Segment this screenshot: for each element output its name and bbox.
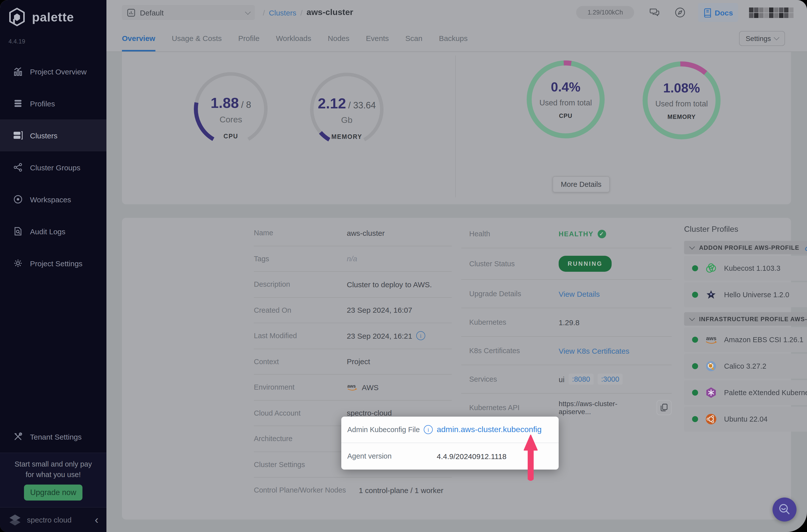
memory-usage-ring: 1.08% Used from total MEMORY — [641, 59, 722, 141]
tab-usage-costs[interactable]: Usage & Costs — [172, 25, 222, 52]
project-selector[interactable]: Default — [122, 5, 255, 20]
tab-backups[interactable]: Backups — [439, 25, 468, 52]
tab-profile[interactable]: Profile — [238, 25, 260, 52]
upgrade-now-button[interactable]: Upgrade now — [24, 484, 82, 500]
cpu-used-value: 1.88 — [211, 95, 239, 111]
tab-nodes[interactable]: Nodes — [328, 25, 350, 52]
link-chain-icon[interactable] — [804, 244, 807, 251]
sidebar-item-audit-logs[interactable]: Audit Logs — [0, 215, 107, 247]
detail-row-tags: Tags n/a — [254, 246, 452, 272]
cluster-groups-icon — [13, 162, 23, 172]
app-window: palette 4.4.19 Project Overview Profiles — [0, 0, 807, 532]
cpu-ring-caption: Used from total — [525, 98, 607, 108]
health-status-badge: HEALTHY ✓ — [559, 230, 606, 238]
infrastructure-profile-section-header[interactable]: INFRASTRUCTURE PROFILE AWS-PROFILE PROJ — [684, 312, 807, 326]
book-icon — [703, 8, 712, 17]
help-compass-icon[interactable] — [674, 6, 686, 18]
sidebar-item-clusters[interactable]: Clusters — [0, 119, 107, 151]
detail-row-health: Health HEALTHY ✓ — [461, 220, 672, 248]
detail-row-k8s-certificates: K8s Certificates View K8s Certificates — [461, 337, 672, 365]
detail-row-cluster-status: Cluster Status RUNNING — [461, 248, 672, 280]
memory-used-value: 2.12 — [318, 95, 346, 111]
detail-row-context: Context Project — [254, 349, 452, 375]
project-scope-icon — [127, 8, 135, 17]
service-port-8080-link[interactable]: :8080 — [568, 374, 594, 385]
sidebar-item-project-settings[interactable]: Project Settings — [0, 247, 107, 279]
chevron-down-icon — [245, 9, 251, 15]
promo-text-line2: for what you use! — [0, 470, 107, 480]
profile-item-ubuntu[interactable]: Ubuntu 22.04 › — [684, 406, 807, 432]
cpu-usage-ring: 0.4% Used from total CPU — [525, 58, 607, 140]
status-dot — [692, 265, 698, 271]
svg-text:aws: aws — [706, 335, 716, 341]
view-k8s-certificates-link[interactable]: View K8s Certificates — [559, 346, 630, 355]
cpu-gauge: 1.88 / 8 Cores CPU — [191, 69, 271, 155]
more-details-button[interactable]: More Details — [553, 176, 609, 192]
upgrade-view-details-link[interactable]: View Details — [559, 289, 600, 298]
chat-icon[interactable] — [648, 6, 660, 18]
profile-item-calico[interactable]: Calico 3.27.2 › — [684, 354, 807, 379]
detail-row-environment: Environment aws AWS — [254, 375, 452, 400]
sidebar: palette 4.4.19 Project Overview Profiles — [0, 0, 107, 532]
sidebar-item-workspaces[interactable]: Workspaces — [0, 183, 107, 215]
promo-text-line1: Start small and only pay — [0, 459, 107, 470]
top-bar-actions: 1.29/100kCh Docs — [576, 3, 807, 22]
docs-button[interactable]: Docs — [698, 3, 738, 22]
svg-text:aws: aws — [347, 384, 356, 389]
profile-item-kubecost[interactable]: Kubecost 1.103.3 › — [684, 256, 807, 281]
memory-gauge: 2.12 / 33.64 Gb MEMORY — [307, 70, 387, 155]
details-card: Name aws-cluster Tags n/a Description Cl… — [122, 218, 791, 519]
running-status-badge: RUNNING — [559, 256, 612, 272]
cluster-status-column: Health HEALTHY ✓ Cluster Status RUNNING … — [461, 220, 672, 422]
status-dot — [692, 292, 698, 298]
detail-row-nodes: Control Plane/Worker Nodes 1 control-pla… — [254, 478, 452, 503]
ubuntu-logo — [705, 413, 717, 425]
profile-item-amazon-ebs-csi[interactable]: aws Amazon EBS CSI 1.26.1 › — [684, 327, 807, 352]
memory-unit: Gb — [307, 115, 387, 126]
collapse-sidebar-icon[interactable]: ‹ — [95, 514, 98, 525]
detail-row-description: Description Cluster to deploy to AWS. — [254, 272, 452, 298]
sidebar-item-project-overview[interactable]: Project Overview — [0, 55, 107, 88]
breadcrumb-clusters-link[interactable]: Clusters — [269, 8, 296, 17]
project-selector-value: Default — [140, 8, 246, 17]
profiles-icon — [13, 98, 23, 108]
cluster-profiles-panel: Cluster Profiles ADDON PROFILE AWS-PROFI… — [684, 225, 807, 432]
status-dot — [692, 416, 698, 422]
top-bar: Default / Clusters / aws-cluster 1.29/10… — [107, 0, 807, 25]
status-dot — [692, 390, 698, 396]
sidebar-item-profiles[interactable]: Profiles — [0, 88, 107, 119]
detail-row-created-on: Created On 23 Sep 2024, 16:07 — [254, 298, 452, 323]
tab-events[interactable]: Events — [366, 25, 389, 52]
cluster-profiles-title: Cluster Profiles — [684, 225, 807, 234]
logo-wordmark: palette — [32, 10, 74, 24]
aws-logo: aws — [705, 333, 717, 346]
detail-row-upgrade-details: Upgrade Details View Details — [461, 280, 672, 308]
info-icon[interactable]: i — [416, 331, 425, 340]
status-dot — [692, 337, 698, 343]
profile-item-hello-universe[interactable]: Hello Universe 1.2.0 › — [684, 282, 807, 307]
profile-item-palette-extended-kubernetes[interactable]: Palette eXtended Kubernetes 1.29.8 › — [684, 380, 807, 405]
tab-scan[interactable]: Scan — [405, 25, 422, 52]
addon-profile-section-header[interactable]: ADDON PROFILE AWS-PROFILE PROJ — [684, 241, 807, 254]
info-icon[interactable]: i — [424, 425, 433, 434]
support-search-fab[interactable] — [772, 497, 796, 521]
calico-logo — [705, 360, 717, 373]
tab-workloads[interactable]: Workloads — [276, 25, 311, 52]
palette-logo-icon — [7, 7, 27, 27]
sidebar-item-tenant-settings[interactable]: Tenant Settings — [0, 421, 107, 453]
service-port-3000-link[interactable]: :3000 — [598, 374, 623, 385]
hello-universe-logo — [705, 288, 717, 301]
project-overview-icon — [13, 66, 23, 76]
stats-card: 1.88 / 8 Cores CPU 2.12 / 33.64 Gb MEMOR… — [122, 52, 791, 204]
settings-button[interactable]: Settings — [739, 31, 785, 46]
sidebar-item-cluster-groups[interactable]: Cluster Groups — [0, 151, 107, 183]
workspaces-icon — [13, 194, 23, 204]
status-dot — [692, 363, 698, 369]
sidebar-menu: Project Overview Profiles Clusters — [0, 55, 107, 279]
tab-overview[interactable]: Overview — [122, 25, 155, 52]
detail-row-kubernetes: Kubernetes 1.29.8 — [461, 308, 672, 337]
memory-gauge-label: MEMORY — [307, 133, 387, 140]
copy-api-url-button[interactable] — [657, 400, 672, 415]
memory-ring-label: MEMORY — [641, 113, 722, 120]
palette-logo: palette — [7, 7, 74, 27]
